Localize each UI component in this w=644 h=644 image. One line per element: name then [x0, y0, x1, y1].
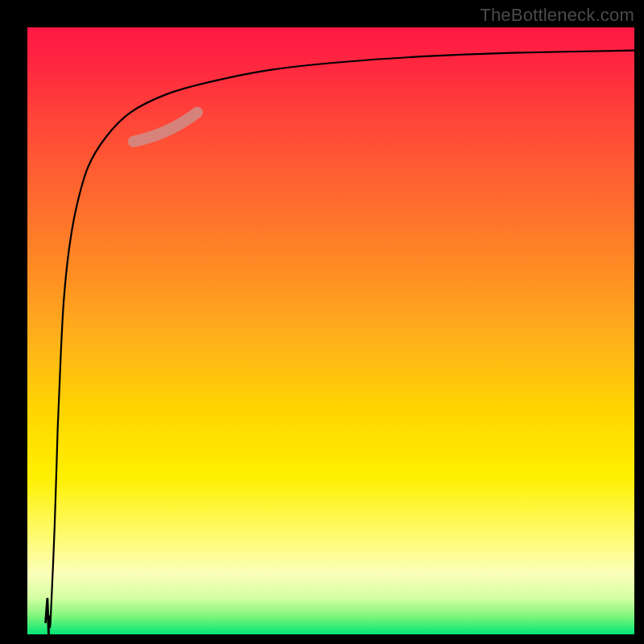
attribution-text: TheBottleneck.com: [480, 5, 634, 26]
frame: TheBottleneck.com: [0, 0, 644, 644]
highlight-segment: [134, 113, 197, 142]
plot-gradient-area: [27, 27, 634, 634]
curve-svg: [27, 27, 634, 634]
